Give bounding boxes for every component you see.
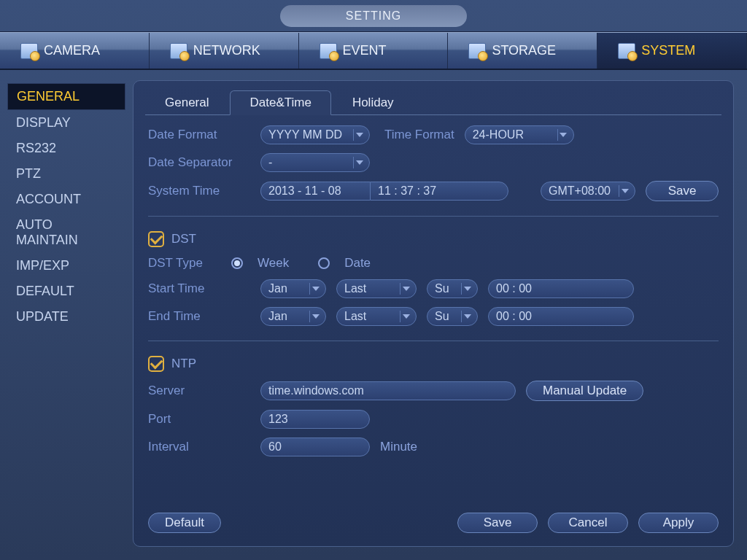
label-dst-type: DST Type [148,256,221,271]
tab-label: SYSTEM [641,43,695,58]
label-date-format: Date Format [148,128,250,142]
label-start-time: Start Time [148,281,250,296]
date-separator-value: - [268,156,349,169]
tab-network[interactable]: NETWORK [150,33,299,69]
dst-section: DST [148,231,719,247]
dst-label: DST [171,232,196,246]
window-title: SETTING [280,5,467,27]
end-week-select[interactable]: Last [336,307,417,326]
sidebar-item-imp-exp[interactable]: IMP/EXP [7,253,125,279]
date-separator-select[interactable]: - [260,153,370,172]
chevron-down-icon [557,129,569,141]
server-value[interactable] [268,384,508,397]
sidebar: GENERAL DISPLAY RS232 PTZ ACCOUNT AUTO M… [0,70,133,560]
label-system-time: System Time [148,184,250,198]
system-icon [618,43,635,59]
bottom-bar: Default Save Cancel Apply [133,513,733,546]
chevron-down-icon [353,157,365,168]
tab-event[interactable]: EVENT [299,33,449,69]
top-nav: CAMERA NETWORK EVENT STORAGE SYSTEM [0,32,747,70]
dst-type-week-radio[interactable] [231,257,243,269]
date-format-value: YYYY MM DD [268,128,349,141]
event-icon [320,43,337,59]
dst-type-date-radio[interactable] [318,257,330,269]
sidebar-item-display[interactable]: DISPLAY [7,110,125,136]
subtab-bar: General Date&Time Holiday [145,90,721,115]
dst-checkbox[interactable] [148,231,164,247]
interval-input[interactable] [260,438,370,456]
server-input[interactable] [260,381,516,400]
ntp-section: NTP [148,356,719,372]
camera-icon [20,43,38,59]
start-time-field[interactable]: 00 : 00 [488,279,634,298]
interval-value[interactable] [268,440,362,454]
main-panel: General Date&Time Holiday Date Format YY… [133,80,734,547]
sidebar-item-auto-maintain[interactable]: AUTO MAINTAIN [7,212,125,253]
subtab-general[interactable]: General [145,90,228,115]
sidebar-item-general[interactable]: GENERAL [7,83,125,110]
ntp-checkbox[interactable] [148,356,164,372]
save-button[interactable]: Save [457,513,538,533]
tab-label: CAMERA [44,43,100,58]
storage-icon [468,43,486,59]
label-minute: Minute [380,440,417,454]
end-time-field[interactable]: 00 : 00 [488,307,634,326]
label-date-separator: Date Separator [148,155,250,170]
tab-camera[interactable]: CAMERA [0,33,150,69]
chevron-down-icon [461,283,473,295]
content-area: Date Format YYYY MM DD Time Format 24-HO… [133,115,733,513]
tab-system[interactable]: SYSTEM [597,33,747,69]
divider [148,341,719,341]
sidebar-item-account[interactable]: ACCOUNT [7,187,125,212]
network-icon [170,43,187,59]
default-button[interactable]: Default [148,513,221,533]
chevron-down-icon [400,283,411,295]
tab-label: NETWORK [193,43,260,58]
gmt-value: GMT+08:00 [549,184,614,198]
ntp-label: NTP [171,357,196,371]
start-week-select[interactable]: Last [336,279,417,298]
chevron-down-icon [309,311,321,322]
time-format-select[interactable]: 24-HOUR [465,125,574,144]
system-date-field[interactable]: 2013 - 11 - 08 [260,182,370,201]
chevron-down-icon [400,311,411,322]
divider [148,216,719,217]
save-time-button[interactable]: Save [646,181,719,201]
chevron-down-icon [353,129,365,141]
date-format-select[interactable]: YYYY MM DD [260,125,370,144]
subtab-holiday[interactable]: Holiday [333,90,414,115]
sidebar-item-rs232[interactable]: RS232 [7,136,125,161]
port-input[interactable] [260,410,370,429]
radio-label-date: Date [344,256,371,271]
manual-update-button[interactable]: Manual Update [526,381,643,401]
sidebar-item-default[interactable]: DEFAULT [7,279,125,304]
chevron-down-icon [309,283,321,295]
end-day-select[interactable]: Su [427,307,478,326]
label-port: Port [148,412,250,427]
system-time-value: 11 : 37 : 37 [378,184,436,198]
tab-storage[interactable]: STORAGE [448,33,597,69]
chevron-down-icon [461,311,473,322]
end-month-select[interactable]: Jan [260,307,326,326]
chevron-down-icon [619,185,630,197]
gmt-select[interactable]: GMT+08:00 [541,182,635,201]
start-month-select[interactable]: Jan [260,279,326,298]
system-date-value: 2013 - 11 - 08 [268,184,341,198]
sidebar-item-ptz[interactable]: PTZ [7,161,125,187]
label-interval: Interval [148,440,250,454]
port-value[interactable] [268,413,362,426]
label-end-time: End Time [148,309,250,324]
tab-label: STORAGE [492,43,556,58]
start-day-select[interactable]: Su [427,279,478,298]
system-time-field[interactable]: 11 : 37 : 37 [370,182,508,201]
subtab-date-time[interactable]: Date&Time [230,90,330,115]
label-server: Server [148,384,250,398]
sidebar-item-update[interactable]: UPDATE [7,304,125,330]
time-format-value: 24-HOUR [473,128,553,141]
tab-label: EVENT [343,43,387,58]
radio-label-week: Week [258,256,289,271]
title-bar: SETTING [0,0,747,32]
apply-button[interactable]: Apply [638,513,719,533]
label-time-format: Time Format [384,128,454,142]
cancel-button[interactable]: Cancel [548,513,628,533]
